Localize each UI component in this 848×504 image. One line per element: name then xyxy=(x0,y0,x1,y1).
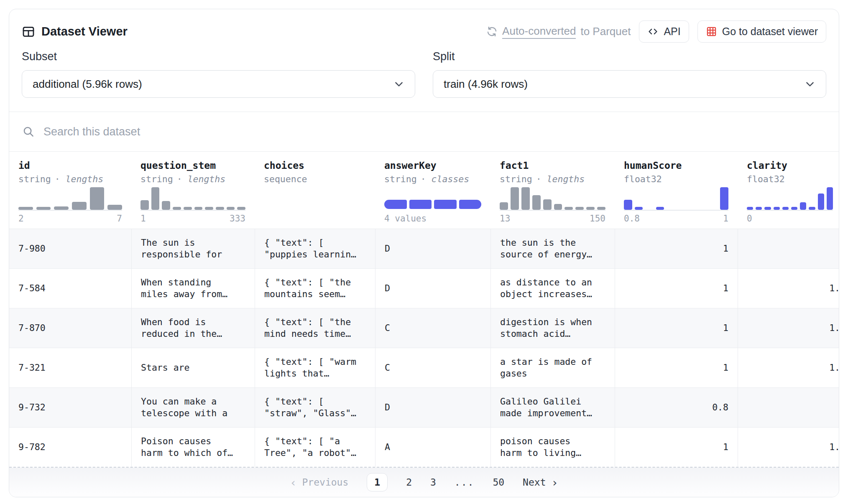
cell-choices[interactable]: { "text": [ "the mind needs time… xyxy=(255,308,375,348)
table-row[interactable]: 9-732 You can make a telescope with a { … xyxy=(9,387,839,427)
header-cell-question-stem: question_stem string · lengths 1333 xyxy=(131,152,255,229)
table-row[interactable]: 7-980 The sun is responsible for { "text… xyxy=(9,229,839,268)
table-grid-icon xyxy=(22,25,35,38)
page-button-50[interactable]: 50 xyxy=(493,477,504,488)
cell-answer-key[interactable]: C xyxy=(375,308,490,348)
column-range: 27 xyxy=(18,214,122,224)
go-to-dataset-viewer-button[interactable]: Go to dataset viewer xyxy=(697,20,826,43)
header-cell-id: id string · lengths 27 xyxy=(9,152,131,229)
cell-id[interactable]: 7-980 xyxy=(9,229,131,268)
cell-question-stem[interactable]: The sun is responsible for xyxy=(131,229,255,268)
cell-human-score[interactable]: 1 xyxy=(615,428,738,467)
column-range: 0 xyxy=(747,214,839,224)
search-input[interactable] xyxy=(43,125,826,138)
cell-id[interactable]: 9-732 xyxy=(9,388,131,427)
next-page-button[interactable]: Next › xyxy=(523,476,558,489)
cell-human-score[interactable]: 1 xyxy=(615,348,738,387)
cell-human-score[interactable]: 1 xyxy=(615,308,738,348)
cell-clarity[interactable]: 1.0 xyxy=(738,308,839,348)
api-button[interactable]: API xyxy=(639,20,689,43)
cell-choices[interactable]: { "text": [ "warm lights that… xyxy=(255,348,375,387)
header-actions: Auto-converted to Parquet API xyxy=(486,20,826,43)
page-title: Dataset Viewer xyxy=(41,25,128,38)
subset-select[interactable]: additional (5.96k rows) xyxy=(22,70,415,98)
cell-question-stem[interactable]: When food is reduced in the… xyxy=(131,308,255,348)
auto-converted-note: Auto-converted to Parquet xyxy=(486,25,631,39)
column-type: float32 · xyxy=(624,174,728,184)
cell-question-stem[interactable]: When standing miles away from… xyxy=(131,269,255,308)
code-icon xyxy=(647,26,659,37)
chevron-down-icon xyxy=(805,79,815,89)
column-range: 13150 xyxy=(500,214,605,224)
cell-choices[interactable]: { "text": [ "the mountains seem… xyxy=(255,269,375,308)
cell-question-stem[interactable]: Stars are xyxy=(131,348,255,387)
cell-choices[interactable]: { "text": [ "puppies learnin… xyxy=(255,229,375,268)
split-select[interactable]: train (4.96k rows) xyxy=(433,70,826,98)
cell-answer-key[interactable]: C xyxy=(375,348,490,387)
column-name: id xyxy=(18,160,122,171)
table-header: id string · lengths 27 question_stem str… xyxy=(9,152,839,229)
column-type: string · lengths xyxy=(500,174,605,184)
column-type: float32 · xyxy=(747,174,839,184)
cell-fact1[interactable]: Galileo Galilei made improvement… xyxy=(490,388,615,427)
table-row[interactable]: 7-321 Stars are { "text": [ "warm lights… xyxy=(9,348,839,387)
cell-question-stem[interactable]: You can make a telescope with a xyxy=(131,388,255,427)
cell-id[interactable]: 7-321 xyxy=(9,348,131,387)
cell-question-stem[interactable]: Poison causes harm to which of… xyxy=(131,428,255,467)
page-button-3[interactable]: 3 xyxy=(430,477,436,488)
cell-clarity[interactable]: 1.0 xyxy=(738,348,839,387)
column-histogram xyxy=(18,186,122,211)
cell-clarity[interactable]: 1.0 xyxy=(738,428,839,467)
dataset-viewer-card: Dataset Viewer Auto-converted to Parquet xyxy=(9,9,839,497)
search-icon xyxy=(22,125,35,138)
cell-human-score[interactable]: 0.8 xyxy=(615,388,738,427)
column-histogram xyxy=(747,186,833,211)
table-row[interactable]: 7-870 When food is reduced in the… { "te… xyxy=(9,308,839,348)
cell-fact1[interactable]: poison causes harm to living… xyxy=(490,428,615,467)
cell-human-score[interactable]: 1 xyxy=(615,269,738,308)
auto-converted-link[interactable]: Auto-converted xyxy=(502,25,576,39)
cell-id[interactable]: 7-870 xyxy=(9,308,131,348)
column-name: humanScore xyxy=(624,160,728,171)
page-button-1[interactable]: 1 xyxy=(367,473,388,491)
pagination-bar: ‹ Previous 1 2 3 ... 50 Next › xyxy=(9,467,839,497)
cell-fact1[interactable]: the sun is the source of energy… xyxy=(490,229,615,268)
column-histogram xyxy=(624,186,728,211)
cell-human-score[interactable]: 1 xyxy=(615,229,738,268)
previous-page-button[interactable]: ‹ Previous xyxy=(290,476,348,489)
column-histogram xyxy=(264,196,366,221)
cell-clarity[interactable] xyxy=(738,229,839,268)
search-row xyxy=(9,112,839,152)
cell-clarity[interactable]: 1.0 xyxy=(738,269,839,308)
cell-answer-key[interactable]: A xyxy=(375,428,490,467)
chevron-left-icon: ‹ xyxy=(290,476,296,489)
subset-label: Subset xyxy=(22,50,415,63)
cell-answer-key[interactable]: D xyxy=(375,388,490,427)
cell-fact1[interactable]: as distance to an object increases… xyxy=(490,269,615,308)
cell-choices[interactable]: { "text": [ "a Tree", "a robot"… xyxy=(255,428,375,467)
page-ellipsis: ... xyxy=(455,477,475,488)
column-type: string · classes xyxy=(384,174,481,184)
column-histogram xyxy=(500,186,605,211)
cell-fact1[interactable]: digestion is when stomach acid… xyxy=(490,308,615,348)
table-row[interactable]: 7-584 When standing miles away from… { "… xyxy=(9,268,839,308)
cell-answer-key[interactable]: D xyxy=(375,229,490,268)
cell-answer-key[interactable]: D xyxy=(375,269,490,308)
cell-choices[interactable]: { "text": [ "straw", "Glass"… xyxy=(255,388,375,427)
cell-id[interactable]: 7-584 xyxy=(9,269,131,308)
header-cell-answer-key: answerKey string · classes 4 values xyxy=(375,152,490,229)
column-name: fact1 xyxy=(500,160,605,171)
next-label: Next xyxy=(523,477,546,488)
subset-split-controls: Subset additional (5.96k rows) Split tra… xyxy=(9,47,839,112)
header-cell-clarity: clarity float32 · 0 xyxy=(738,152,839,229)
table-row[interactable]: 9-782 Poison causes harm to which of… { … xyxy=(9,427,839,467)
auto-converted-rest: to Parquet xyxy=(580,25,631,38)
column-class-bar xyxy=(384,186,481,211)
column-histogram xyxy=(140,186,245,211)
cell-fact1[interactable]: a star is made of gases xyxy=(490,348,615,387)
page-button-2[interactable]: 2 xyxy=(406,477,412,488)
split-control: Split train (4.96k rows) xyxy=(433,50,826,98)
cell-clarity[interactable] xyxy=(738,388,839,427)
cell-id[interactable]: 9-782 xyxy=(9,428,131,467)
column-range: 4 values xyxy=(384,214,481,224)
